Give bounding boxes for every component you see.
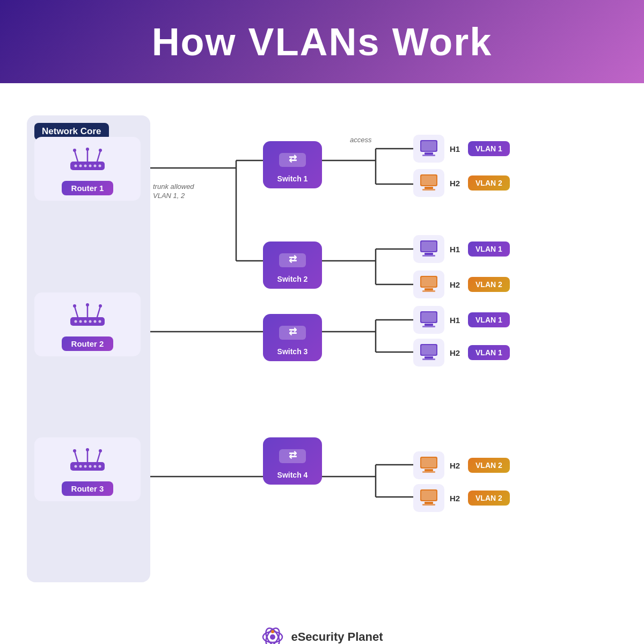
svg-text:⇄: ⇄ [289,326,297,337]
switch2-wrapper: ⇄ Switch 2 [263,241,322,289]
router1-label: Router 1 [62,181,114,195]
endpoint-s3-h2: H2 VLAN 1 [413,339,510,367]
switch1-icon: ⇄ [277,149,308,170]
svg-point-51 [86,448,89,451]
svg-rect-95 [422,471,435,473]
svg-point-25 [86,148,89,151]
switch2-box: ⇄ Switch 2 [263,241,322,289]
svg-rect-83 [422,290,435,292]
host-s3-h1-label: H1 [450,316,463,325]
router3-icon [66,447,109,474]
switch4-label: Switch 4 [277,471,308,479]
svg-point-27 [99,149,102,152]
svg-point-38 [86,303,89,306]
main-content: Network Core [0,83,644,644]
svg-text:⇄: ⇄ [289,153,297,164]
vlan-s3-h2-badge: VLAN 1 [468,345,510,360]
svg-rect-96 [421,458,436,467]
footer-logo-icon [261,625,284,644]
svg-point-47 [99,320,101,323]
monitor-icon [418,239,440,259]
svg-point-34 [99,165,101,167]
svg-line-48 [75,451,78,462]
header: How VLANs Work [0,0,644,83]
vlan-s2-h2-badge: VLAN 2 [468,277,510,292]
svg-rect-78 [425,253,433,255]
footer: eSecurity Planet [261,625,383,644]
svg-rect-91 [422,358,435,360]
svg-point-23 [73,149,76,152]
vlan-s3-h1-badge: VLAN 1 [468,312,510,327]
switch4-icon: ⇄ [277,445,308,466]
svg-point-55 [75,465,77,468]
router1-wrapper: Router 1 [34,137,141,216]
access-label: access [350,136,371,144]
vlan-s4-h2a-badge: VLAN 2 [468,458,510,473]
router1-box: Router 1 [34,137,141,201]
svg-rect-98 [425,502,433,504]
svg-text:⇄: ⇄ [289,254,297,265]
router2-icon [66,302,109,329]
switch3-box: ⇄ Switch 3 [263,314,322,361]
svg-line-26 [97,151,100,162]
host-s1-h2-icon [413,169,444,197]
svg-line-35 [75,306,78,317]
monitor-icon [418,310,440,330]
monitor-icon [418,275,440,294]
host-s1-h2-label: H2 [450,179,463,188]
svg-rect-82 [425,288,433,290]
vlan-s2-h1-badge: VLAN 1 [468,241,510,257]
svg-rect-75 [422,189,435,191]
svg-point-105 [271,630,274,633]
switch1-wrapper: ⇄ Switch 1 [263,141,322,188]
router2-label: Router 2 [62,336,114,351]
svg-point-45 [89,320,92,323]
router2-wrapper: Router 2 [34,292,141,371]
svg-rect-92 [421,345,436,355]
svg-rect-84 [421,277,436,287]
svg-rect-79 [422,255,435,257]
svg-point-40 [99,304,102,308]
svg-text:⇄: ⇄ [289,450,297,460]
endpoint-s3-h1: H1 VLAN 1 [413,306,510,334]
svg-line-52 [97,451,100,462]
svg-rect-76 [421,175,436,185]
svg-point-43 [79,320,82,323]
host-s2-h2-icon [413,270,444,298]
svg-rect-99 [422,504,435,506]
switch1-box: ⇄ Switch 1 [263,141,322,188]
host-s1-h1-label: H1 [450,144,463,153]
svg-rect-70 [425,152,433,155]
vlan-s1-h1-badge: VLAN 1 [468,141,510,156]
svg-point-46 [94,320,97,323]
host-s2-h2-label: H2 [450,280,463,289]
endpoint-s4-h2b: H2 VLAN 2 [413,484,510,512]
svg-point-44 [84,320,87,323]
svg-point-32 [89,165,92,167]
svg-point-49 [73,449,76,452]
trunk-label: trunk allowedVLAN 1, 2 [153,182,194,201]
monitor-icon [418,456,440,475]
endpoint-s4-h2a: H2 VLAN 2 [413,451,510,479]
endpoint-s2-h2: H2 VLAN 2 [413,270,510,298]
switch1-label: Switch 1 [277,174,308,183]
host-s4-h2b-label: H2 [450,494,463,503]
svg-point-31 [84,165,87,167]
vlan-s4-h2b-badge: VLAN 2 [468,491,510,506]
svg-line-39 [97,306,100,317]
svg-point-42 [75,320,77,323]
svg-point-60 [99,465,101,468]
router3-label: Router 3 [62,481,114,496]
svg-rect-94 [425,469,433,471]
switch3-label: Switch 3 [277,347,308,356]
svg-rect-74 [425,187,433,189]
svg-rect-86 [425,324,433,326]
diagram: Network Core [27,105,617,609]
switch4-wrapper: ⇄ Switch 4 [263,437,322,485]
host-s3-h1-icon [413,306,444,334]
switch2-icon: ⇄ [277,249,308,270]
svg-point-59 [94,465,97,468]
host-s1-h1-icon [413,135,444,163]
svg-point-57 [84,465,87,468]
switch3-icon: ⇄ [277,321,308,343]
